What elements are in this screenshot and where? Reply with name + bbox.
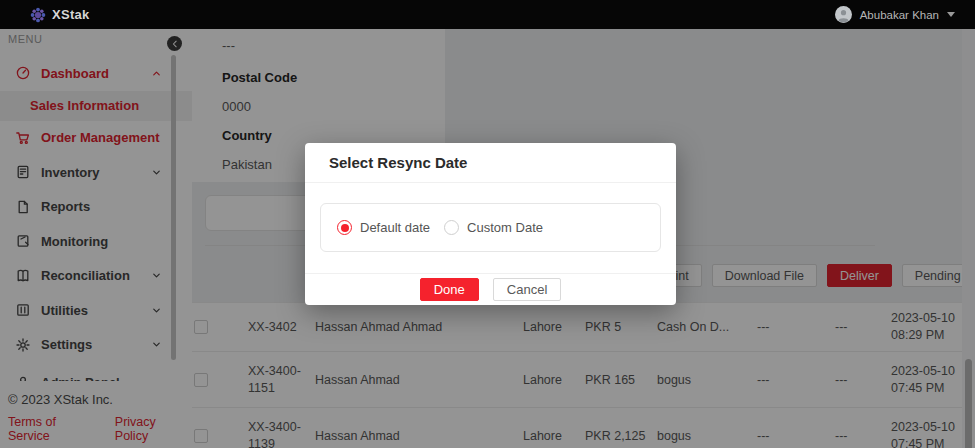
user-menu[interactable]: Abubakar Khan [835, 6, 955, 23]
user-name: Abubakar Khan [860, 9, 939, 21]
default-date-radio[interactable]: Default date [337, 220, 430, 235]
topbar: XStak Abubakar Khan [0, 0, 975, 29]
custom-date-label: Custom Date [467, 220, 543, 235]
modal-footer: Done Cancel [305, 273, 676, 305]
resync-option-group: Default date Custom Date [320, 203, 661, 252]
default-date-label: Default date [360, 220, 430, 235]
brand-name: XStak [52, 7, 90, 22]
radio-selected-icon [337, 220, 352, 235]
resync-date-modal: Select Resync Date Default date Custom D… [305, 143, 676, 305]
avatar [835, 6, 852, 23]
chevron-down-icon [947, 12, 955, 17]
app-window: XStak Abubakar Khan MENU Dashboard [0, 0, 975, 448]
cancel-button[interactable]: Cancel [493, 278, 561, 301]
modal-body: Default date Custom Date [305, 183, 676, 252]
radio-unselected-icon [444, 220, 459, 235]
modal-title: Select Resync Date [305, 143, 676, 183]
xstak-flower-icon [30, 7, 46, 23]
brand-logo[interactable]: XStak [30, 7, 90, 23]
done-button[interactable]: Done [420, 278, 479, 301]
custom-date-radio[interactable]: Custom Date [444, 220, 543, 235]
